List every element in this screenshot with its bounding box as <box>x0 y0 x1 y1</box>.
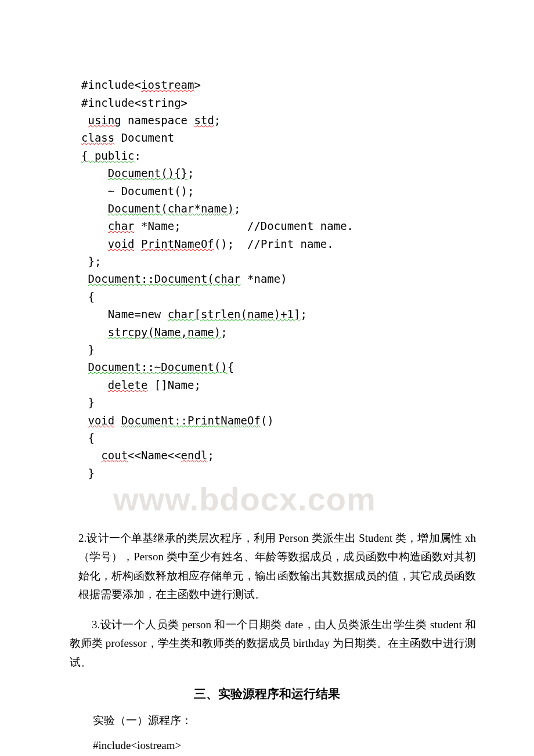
code-line: class Document <box>81 129 499 146</box>
code-segment <box>81 361 88 373</box>
paragraph-3: 3.设计一个人员类 person 和一个日期类 date，由人员类派生出学生类 … <box>70 615 476 672</box>
code-content: #include<iostream>#include<string> using… <box>81 76 499 482</box>
code-line: Document(){}; <box>81 164 499 182</box>
code-segment: } <box>81 343 95 356</box>
code-segment: endl <box>181 449 208 462</box>
code-segment: Name=new <box>81 308 168 321</box>
code-segment: ; <box>301 308 307 321</box>
code-line: Document::Document(char *name) <box>81 270 499 287</box>
code-segment: { <box>228 361 234 373</box>
code-line: #include<iostream> <box>81 76 499 93</box>
code-segment: []Name; <box>147 379 201 391</box>
body-line-1: 实验（一）源程序： <box>93 712 476 729</box>
code-line: { public: <box>81 147 499 164</box>
code-segment: Document <box>114 131 174 144</box>
code-line: ~ Document(); <box>81 182 499 200</box>
code-segment <box>81 167 108 179</box>
code-segment <box>81 449 101 462</box>
code-line: } <box>81 341 499 358</box>
code-segment: void <box>88 414 114 427</box>
code-segment: void <box>108 237 135 250</box>
code-line: void PrintNameOf(); //Print name. <box>81 235 499 253</box>
code-line: Document::~Document(){ <box>81 358 499 376</box>
code-segment <box>81 272 88 285</box>
code-segment: <<Name<< <box>128 449 181 462</box>
code-segment: ~ Document(); <box>81 185 194 197</box>
code-line: using namespace std; <box>81 111 499 129</box>
code-segment <box>81 414 88 427</box>
code-segment <box>135 237 141 250</box>
code-segment: std <box>194 114 214 127</box>
code-segment: : <box>135 149 141 162</box>
code-segment: Document::Document(char <box>88 272 240 285</box>
code-segment: { <box>81 431 95 444</box>
code-segment: namespace <box>121 114 194 127</box>
code-segment: char <box>108 219 135 232</box>
code-segment: ; <box>221 326 227 339</box>
code-segment: (); //Print name. <box>214 237 334 250</box>
code-segment <box>81 379 108 391</box>
code-segment: *Name; //Document name. <box>135 219 354 232</box>
code-segment: () <box>261 414 274 427</box>
code-segment: Document::PrintNameOf <box>121 414 261 427</box>
section-heading-3: 三、实验源程序和运行结果 <box>35 686 499 702</box>
document-page: www.bdocx.com #include<iostream>#include… <box>0 0 534 756</box>
code-line: void Document::PrintNameOf() <box>81 412 499 429</box>
code-segment: PrintNameOf <box>141 237 214 250</box>
code-segment: char[strlen(name)+1] <box>168 308 301 321</box>
code-line: { <box>81 288 499 305</box>
code-segment: ; <box>187 167 194 179</box>
code-segment: class <box>81 131 114 144</box>
code-line: char *Name; //Document name. <box>81 217 499 235</box>
code-line: } <box>81 394 499 411</box>
code-segment: #include< <box>81 78 141 91</box>
code-segment <box>81 114 88 127</box>
code-line: Name=new char[strlen(name)+1]; <box>81 305 499 323</box>
code-line: } <box>81 465 499 482</box>
code-segment: iostream <box>141 78 194 91</box>
code-segment <box>81 237 108 250</box>
code-segment <box>81 202 108 215</box>
code-line: }; <box>81 253 499 270</box>
code-segment: } <box>81 467 95 480</box>
code-segment: #include<string> <box>81 96 187 109</box>
code-line: strcpy(Name,name); <box>81 323 499 341</box>
code-line: Document(char*name); <box>81 200 499 217</box>
code-block: www.bdocx.com #include<iostream>#include… <box>81 23 499 517</box>
paragraph-2: 2.设计一个单基继承的类层次程序，利用 Person 类派生出 Student … <box>78 529 476 604</box>
code-segment: ; <box>234 202 240 215</box>
code-segment: strcpy(Name,name) <box>108 326 221 339</box>
code-segment: Document(){} <box>108 167 187 179</box>
code-segment: ; <box>207 449 214 462</box>
code-segment: *name) <box>241 272 287 285</box>
code-segment: }; <box>81 255 101 268</box>
code-segment: using <box>88 114 121 127</box>
code-segment: > <box>194 78 200 91</box>
code-line: cout<<Name<<endl; <box>81 447 499 464</box>
code-segment <box>81 219 108 232</box>
code-segment: ; <box>214 114 221 127</box>
code-segment: delete <box>108 379 148 391</box>
code-line: { <box>81 429 499 447</box>
code-line: delete []Name; <box>81 376 499 394</box>
code-segment <box>81 326 108 339</box>
code-segment: Document::~Document() <box>88 361 227 373</box>
code-line: #include<string> <box>81 94 499 111</box>
code-segment: } <box>81 396 95 409</box>
code-segment: Document(char*name) <box>108 202 234 215</box>
code-segment: { public <box>81 149 135 162</box>
code-segment: { <box>81 290 95 303</box>
code-segment: cout <box>101 449 128 462</box>
code-segment <box>114 414 121 427</box>
body-line-2: #include<iostream> <box>93 737 476 754</box>
